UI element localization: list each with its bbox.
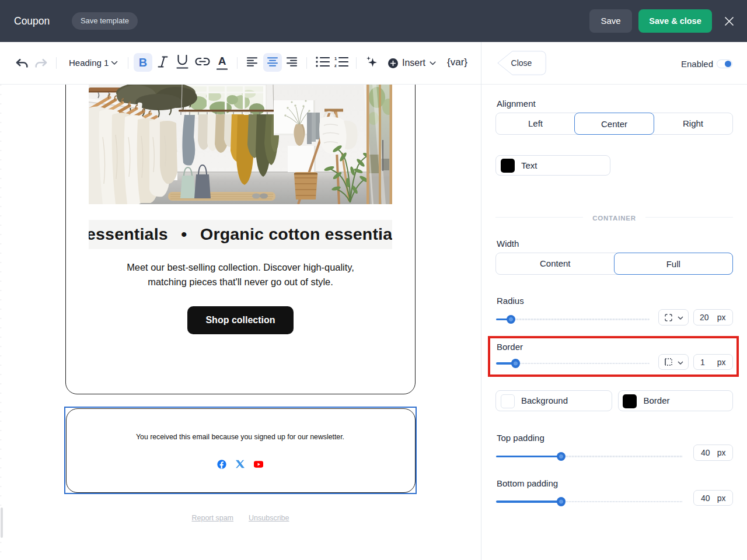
- svg-text:1: 1: [334, 57, 337, 61]
- svg-text:z: z: [334, 63, 337, 68]
